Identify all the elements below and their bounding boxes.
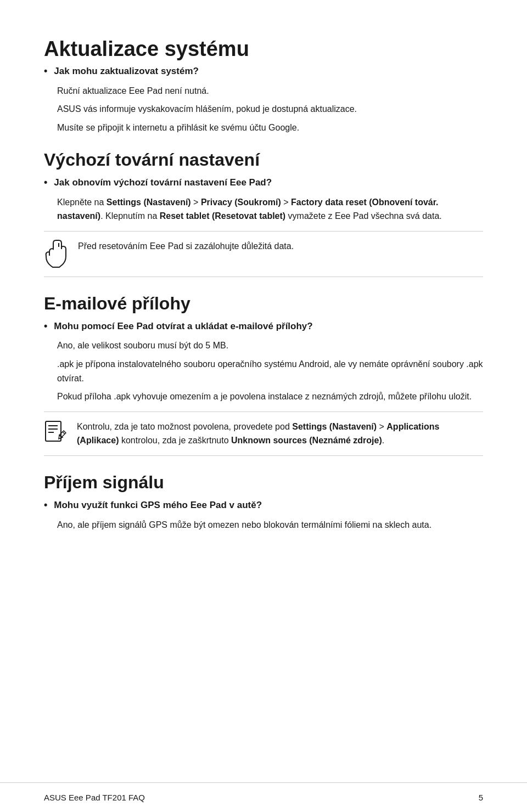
question-text: Mohu využít funkci GPS mého Eee Pad v au… [54,498,262,512]
list-item: • Mohu pomocí Eee Pad otvírat a ukládat … [44,319,483,334]
faq-list-factory: • Jak obnovím výchozí tovární nastavení … [44,176,483,190]
note-text-email: Kontrolu, zda je tato možnost povolena, … [77,420,483,448]
bullet-icon: • [44,499,47,511]
section-heading-email: E-mailové přílohy [44,294,483,314]
bullet-icon: • [44,177,47,188]
faq-list-aktualizace: • Jak mohu zaktualizovat systém? [44,64,483,78]
list-item: • Jak mohu zaktualizovat systém? [44,64,483,78]
section-heading-factory: Výchozí tovární nastavení [44,150,483,170]
list-item: • Jak obnovím výchozí tovární nastavení … [44,176,483,190]
question-text: Jak obnovím výchozí tovární nastavení Ee… [54,176,272,190]
notice-text: Před resetováním Eee Pad si zazálohujte … [78,239,294,253]
answer-text-signal: Ano, ale příjem signálů GPS může být ome… [57,518,483,532]
section-továrni: Výchozí tovární nastavení • Jak obnovím … [44,150,483,277]
answer-text: Musíte se připojit k internetu a přihlás… [57,121,483,135]
answer-text: ASUS vás informuje vyskakovacím hlášením… [57,102,483,116]
bullet-icon: • [44,320,47,332]
question-text: Jak mohu zaktualizovat systém? [54,64,199,78]
hand-icon [44,239,68,269]
page-title: Aktualizace systému [44,37,483,61]
page-footer: ASUS Eee Pad TF201 FAQ 5 [0,782,527,812]
svg-line-4 [63,432,65,434]
answer-text-email-2: .apk je přípona instalovatelného souboru… [57,357,483,385]
faq-list-signal: • Mohu využít funkci GPS mého Eee Pad v … [44,498,483,512]
answer-text-email-1: Ano, ale velikost souboru musí být do 5 … [57,339,483,353]
question-text: Mohu pomocí Eee Pad otvírat a ukládat e-… [54,319,312,334]
footer-product: ASUS Eee Pad TF201 FAQ [44,793,145,802]
answer-text: Ruční aktualizace Eee Pad není nutná. [57,84,483,98]
section-heading-signal: Příjem signálu [44,472,483,493]
section-email: E-mailové přílohy • Mohu pomocí Eee Pad … [44,294,483,456]
answer-factory: Klepněte na Settings (Nastavení) > Priva… [57,195,483,223]
section-aktualizace: Aktualizace systému • Jak mohu zaktualiz… [44,37,483,134]
answer-text-email-3: Pokud příloha .apk vyhovuje omezením a j… [57,390,483,404]
page-content: Aktualizace systému • Jak mohu zaktualiz… [0,0,527,580]
notepad-icon [44,420,67,445]
footer-page-number: 5 [479,793,483,802]
faq-list-email: • Mohu pomocí Eee Pad otvírat a ukládat … [44,319,483,334]
bullet-icon: • [44,65,47,77]
section-signal: Příjem signálu • Mohu využít funkci GPS … [44,472,483,532]
list-item: • Mohu využít funkci GPS mého Eee Pad v … [44,498,483,512]
note-box-email: Kontrolu, zda je tato možnost povolena, … [44,411,483,456]
notice-box-factory: Před resetováním Eee Pad si zazálohujte … [44,231,483,277]
